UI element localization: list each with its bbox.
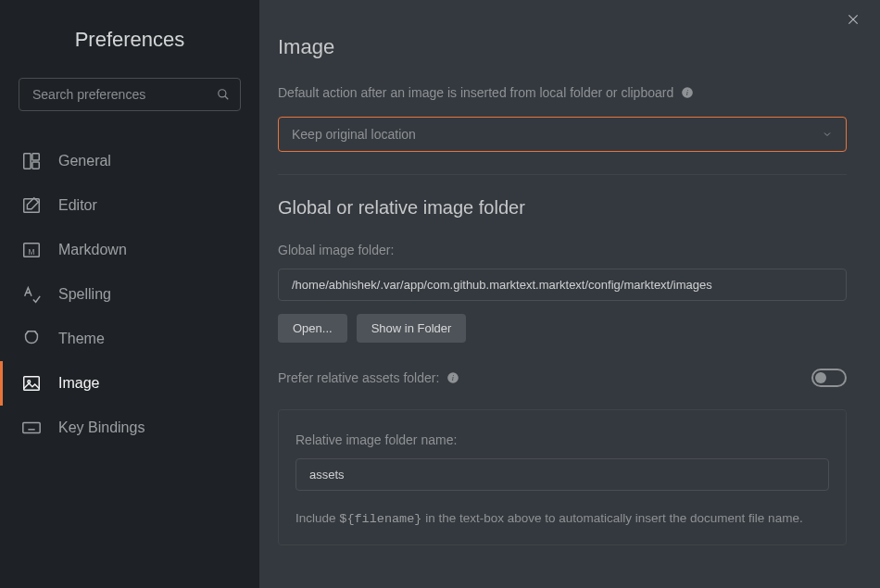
preferences-title: Preferences <box>0 28 259 52</box>
hint-code: ${filename} <box>339 512 421 526</box>
theme-icon <box>21 329 42 349</box>
image-icon <box>21 373 42 394</box>
svg-text:M: M <box>29 248 35 256</box>
relative-folder-hint: Include ${filename} in the text-box abov… <box>295 511 829 526</box>
divider <box>278 174 847 175</box>
global-folder-input[interactable] <box>278 269 847 301</box>
sidebar-item-markdown[interactable]: M Markdown <box>0 228 259 272</box>
relative-folder-card: Relative image folder name: Include ${fi… <box>278 409 847 545</box>
keyboard-icon <box>21 418 42 438</box>
sidebar-item-label: Key Bindings <box>58 419 145 436</box>
open-button[interactable]: Open... <box>278 314 347 343</box>
general-icon <box>21 151 42 171</box>
select-value: Keep original location <box>292 127 416 142</box>
sidebar-item-label: General <box>58 153 111 169</box>
main-content: Image Default action after an image is i… <box>259 0 880 588</box>
close-button[interactable] <box>847 13 860 26</box>
search-box <box>19 78 241 111</box>
sidebar-item-image[interactable]: Image <box>0 361 259 406</box>
hint-prefix: Include <box>295 511 339 525</box>
info-icon[interactable]: i <box>681 86 694 99</box>
sidebar-item-label: Theme <box>58 331 105 347</box>
relative-folder-input[interactable] <box>295 458 829 491</box>
svg-rect-4 <box>32 162 39 169</box>
hint-suffix: in the text-box above to automatically i… <box>421 511 802 525</box>
svg-rect-8 <box>24 377 40 391</box>
page-title: Image <box>278 35 847 59</box>
sidebar-item-keybindings[interactable]: Key Bindings <box>0 406 259 450</box>
info-icon[interactable]: i <box>446 371 459 384</box>
search-input[interactable] <box>19 78 241 111</box>
default-action-text: Default action after an image is inserte… <box>278 85 673 100</box>
default-action-description: Default action after an image is inserte… <box>278 85 847 100</box>
sidebar-item-spelling[interactable]: Spelling <box>0 272 259 317</box>
svg-rect-10 <box>23 423 40 433</box>
svg-rect-3 <box>32 154 39 160</box>
sidebar-item-label: Editor <box>58 197 97 214</box>
sidebar-item-theme[interactable]: Theme <box>0 317 259 361</box>
markdown-icon: M <box>21 240 42 260</box>
svg-rect-2 <box>24 154 31 169</box>
sidebar-item-label: Markdown <box>58 242 127 258</box>
sidebar-item-label: Spelling <box>58 286 111 303</box>
relative-folder-label: Relative image folder name: <box>295 432 829 447</box>
section-title: Global or relative image folder <box>278 197 847 219</box>
prefer-relative-toggle[interactable] <box>811 369 847 387</box>
global-folder-label: Global image folder: <box>278 243 847 257</box>
sidebar-item-label: Image <box>58 375 99 392</box>
prefer-relative-label: Prefer relative assets folder: <box>278 370 439 385</box>
sidebar: Preferences General Editor M Markdown Sp… <box>0 0 259 588</box>
editor-icon <box>21 195 42 216</box>
chevron-down-icon <box>822 129 833 140</box>
sidebar-item-general[interactable]: General <box>0 139 259 183</box>
spelling-icon <box>21 284 42 305</box>
toggle-knob <box>815 372 826 383</box>
default-action-select[interactable]: Keep original location <box>278 117 847 152</box>
sidebar-item-editor[interactable]: Editor <box>0 183 259 228</box>
show-in-folder-button[interactable]: Show in Folder <box>357 314 467 343</box>
